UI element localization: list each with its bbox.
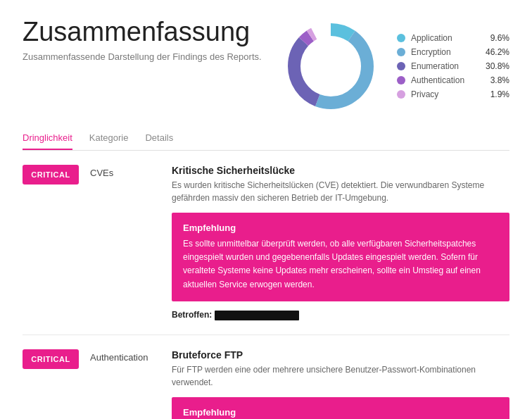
legend-dot-enumeration bbox=[397, 62, 405, 70]
tab-bar: Dringlichkeit Kategorie Details bbox=[23, 132, 509, 151]
page-title: Zusammenfassung bbox=[23, 17, 281, 47]
page-subtitle: Zusammenfassende Darstellung der Finding… bbox=[23, 51, 281, 62]
finding-description-1: Es wurden kritische Sicherheitslücken (C… bbox=[172, 179, 509, 204]
tab-kategorie[interactable]: Kategorie bbox=[89, 132, 129, 150]
category-col-2: Authentication bbox=[90, 349, 160, 363]
legend-value-application: 9.6% bbox=[490, 33, 509, 43]
finding-row-2: CRITICAL Authentication Bruteforce FTP F… bbox=[23, 335, 509, 419]
detail-col-1: Kritische Sicherheitslücke Es wurden kri… bbox=[172, 165, 509, 320]
legend-item-authentication: Authentication 3.8% bbox=[397, 75, 509, 85]
chart-legend: Application 9.6% Encryption 46.2% Enumer… bbox=[397, 33, 509, 99]
detail-col-2: Bruteforce FTP Für FTP werden eine oder … bbox=[172, 349, 509, 419]
donut-chart bbox=[281, 17, 380, 115]
legend-item-application: Application 9.6% bbox=[397, 33, 509, 43]
recommendation-box-1: Empfehlung Es sollte unmittelbar überprü… bbox=[172, 213, 509, 301]
chart-section: Application 9.6% Encryption 46.2% Enumer… bbox=[281, 17, 509, 115]
severity-badge-1: CRITICAL bbox=[23, 165, 79, 185]
header-section: Zusammenfassung Zusammenfassende Darstel… bbox=[23, 17, 509, 115]
category-col-1: CVEs bbox=[90, 165, 160, 178]
finding-title-1: Kritische Sicherheitslücke bbox=[172, 165, 509, 176]
legend-dot-authentication bbox=[397, 76, 405, 85]
recommendation-box-2: Empfehlung Die Anmeldedaten sollten zügi… bbox=[172, 397, 509, 419]
page-container: Zusammenfassung Zusammenfassende Darstel… bbox=[0, 0, 532, 419]
legend-dot-application bbox=[397, 34, 405, 42]
legend-value-enumeration: 30.8% bbox=[486, 61, 509, 71]
findings-table: CRITICAL CVEs Kritische Sicherheitslücke… bbox=[23, 151, 509, 419]
legend-label-application: Application bbox=[411, 33, 485, 43]
finding-description-2: Für FTP werden eine oder mehrere unsiche… bbox=[172, 363, 509, 389]
legend-value-privacy: 1.9% bbox=[490, 89, 509, 99]
legend-item-encryption: Encryption 46.2% bbox=[397, 47, 509, 57]
recommendation-title-2: Empfehlung bbox=[183, 407, 498, 418]
finding-row-1: CRITICAL CVEs Kritische Sicherheitslücke… bbox=[23, 151, 509, 335]
header-left: Zusammenfassung Zusammenfassende Darstel… bbox=[23, 17, 281, 62]
recommendation-text-1: Es sollte unmittelbar überprüft werden, … bbox=[183, 237, 498, 292]
redacted-bar-1 bbox=[215, 311, 299, 320]
affected-label-1: Betroffen: bbox=[172, 310, 509, 320]
legend-value-authentication: 3.8% bbox=[490, 75, 509, 85]
legend-item-enumeration: Enumeration 30.8% bbox=[397, 61, 509, 71]
affected-text-1: Betroffen: bbox=[172, 310, 212, 320]
legend-value-encryption: 46.2% bbox=[486, 47, 509, 57]
recommendation-title-1: Empfehlung bbox=[183, 223, 498, 233]
legend-label-authentication: Authentication bbox=[411, 75, 485, 85]
legend-dot-privacy bbox=[397, 90, 405, 99]
finding-title-2: Bruteforce FTP bbox=[172, 349, 509, 361]
legend-label-enumeration: Enumeration bbox=[411, 61, 480, 71]
tab-details[interactable]: Details bbox=[145, 132, 173, 150]
legend-item-privacy: Privacy 1.9% bbox=[397, 89, 509, 99]
legend-label-privacy: Privacy bbox=[411, 89, 485, 99]
severity-badge-2: CRITICAL bbox=[23, 349, 79, 369]
legend-label-encryption: Encryption bbox=[411, 47, 480, 57]
tab-dringlichkeit[interactable]: Dringlichkeit bbox=[23, 132, 72, 150]
legend-dot-encryption bbox=[397, 48, 405, 56]
